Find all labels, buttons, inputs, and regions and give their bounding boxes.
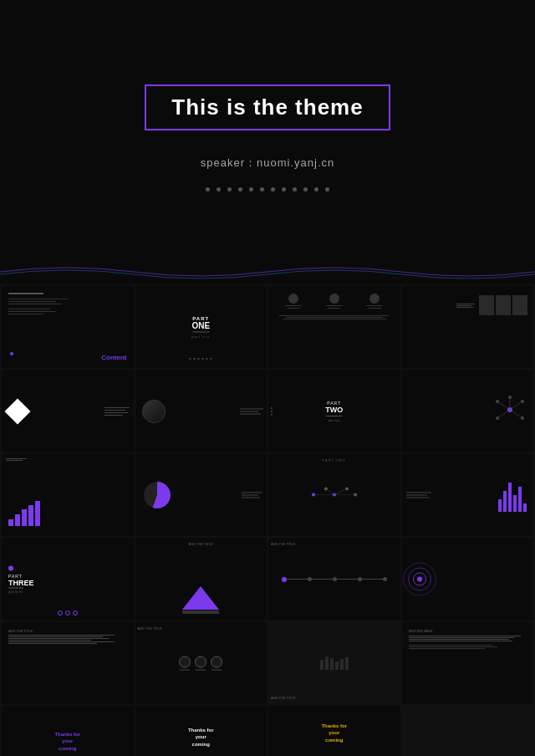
slide-20-thumb[interactable]: WRITING BASE [402,622,534,704]
slide-18-thumb[interactable]: ADD THE TITLE [135,622,268,704]
slide-22-thumb[interactable]: Thanks foryourcoming [135,706,268,756]
slide-11-thumb[interactable]: PART TWO [268,454,400,536]
svg-line-4 [510,410,522,418]
svg-point-10 [508,396,512,399]
thumbnail-grid: Content PART ONE part one [0,284,535,756]
slide-13-thumb[interactable]: PART THREE part three [2,538,134,620]
slide-1-thumb[interactable]: Content [2,286,134,368]
slide-23-thumb[interactable]: Thanks foryourcoming [268,706,400,756]
wave-decoration [0,259,535,284]
slide-7-thumb[interactable]: PART TWO part two [268,370,400,452]
svg-point-7 [521,400,524,403]
slide-14-thumb[interactable]: ADD THE TITLE [135,538,268,620]
svg-line-17 [326,489,334,495]
slide-16-thumb[interactable] [402,538,534,620]
slide-10-thumb[interactable] [135,454,268,536]
slide-3-thumb[interactable] [268,286,400,368]
dots-decoration [206,187,329,192]
content-label: Content [101,354,126,361]
slide-9-thumb[interactable] [2,454,134,536]
svg-point-16 [354,493,357,497]
svg-point-6 [496,400,499,403]
svg-line-2 [510,401,522,410]
slide-19-thumb[interactable]: ADD THE TITLE [268,622,400,704]
slide-4-thumb[interactable] [402,286,534,368]
svg-line-3 [497,410,510,418]
slide-6-thumb[interactable] [135,370,268,452]
svg-point-9 [521,416,524,420]
svg-point-8 [496,416,499,420]
slide-15-thumb[interactable]: ADD THE TITLE [268,538,400,620]
hero-slide: This is the theme speaker：nuomi.yanj.cn [0,0,535,284]
svg-line-18 [334,489,347,495]
slide-2-thumb[interactable]: PART ONE part one [135,286,268,368]
svg-line-1 [497,401,510,410]
slide-12-thumb[interactable] [402,454,534,536]
svg-point-12 [312,493,315,497]
hero-title: This is the theme [145,84,390,130]
slide-21-thumb[interactable]: Thanks foryourcoming [2,706,134,756]
speaker-text: speaker：nuomi.yanj.cn [201,156,334,171]
slide-8-thumb[interactable] [402,370,534,452]
slide-17-thumb[interactable]: ADD THE TITLE [2,622,134,704]
slide-5-thumb[interactable] [2,370,134,452]
